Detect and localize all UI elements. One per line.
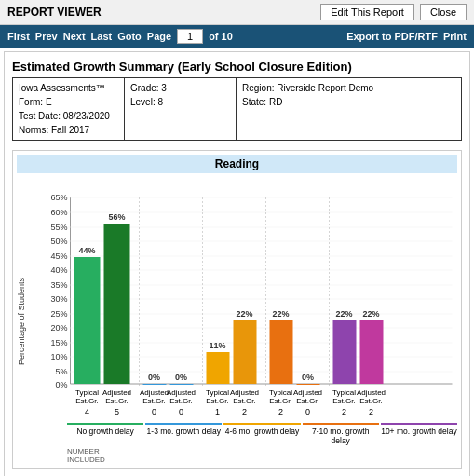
svg-text:Adjusted: Adjusted: [140, 388, 169, 397]
header-buttons: Edit This Report Close: [320, 4, 467, 20]
cat-label-5: 10+ mo. growth delay: [381, 423, 457, 445]
meta-col-3: Region: Riverside Report Demo State: RD: [237, 78, 462, 141]
svg-text:20%: 20%: [50, 323, 67, 333]
meta-assessments: Iowa Assessments™: [19, 81, 118, 95]
svg-text:Typical: Typical: [206, 388, 229, 397]
toolbar: First Prev Next Last Goto Page of 10 Exp…: [0, 25, 474, 48]
svg-text:Est.Gr.: Est.Gr.: [296, 397, 318, 405]
svg-text:0%: 0%: [55, 380, 67, 389]
svg-text:44%: 44%: [78, 246, 95, 255]
meta-grade: Grade: 3: [130, 81, 230, 95]
bar-g2-typical: [143, 384, 167, 385]
bar-g1-adjusted: [104, 224, 130, 384]
svg-text:Est.Gr.: Est.Gr.: [233, 397, 255, 405]
svg-text:Adjusted: Adjusted: [293, 388, 322, 397]
svg-text:22%: 22%: [272, 309, 289, 319]
svg-text:Est.Gr.: Est.Gr.: [142, 397, 165, 405]
chart-title: Reading: [17, 155, 457, 173]
svg-text:60%: 60%: [50, 208, 67, 217]
svg-text:Est.Gr.: Est.Gr.: [206, 397, 228, 405]
svg-text:4: 4: [85, 407, 89, 416]
edit-report-button[interactable]: Edit This Report: [320, 4, 414, 20]
cat-label-1: No growth delay: [67, 423, 143, 445]
page-input[interactable]: [177, 29, 203, 44]
svg-text:56%: 56%: [108, 212, 125, 222]
meta-form: Form: E: [19, 95, 118, 109]
svg-text:11%: 11%: [209, 341, 225, 350]
report-area: Estimated Growth Summary (Early School C…: [4, 51, 470, 476]
report-header: REPORT VIEWER Edit This Report Close: [0, 0, 474, 25]
svg-text:Est.Gr.: Est.Gr.: [105, 397, 128, 405]
svg-text:50%: 50%: [50, 237, 67, 246]
goto-button[interactable]: Goto: [117, 31, 142, 42]
svg-text:Typical: Typical: [332, 388, 356, 397]
svg-text:Adjusted: Adjusted: [102, 388, 131, 397]
svg-text:0%: 0%: [175, 373, 187, 382]
svg-text:2: 2: [342, 407, 346, 416]
svg-text:22%: 22%: [236, 309, 252, 319]
svg-text:10%: 10%: [50, 352, 67, 361]
report-meta: Iowa Assessments™ Form: E Test Date: 08/…: [12, 77, 462, 141]
svg-text:Typical: Typical: [269, 388, 292, 397]
n-note: NUMBERINCLUDED: [67, 447, 457, 464]
svg-text:55%: 55%: [50, 223, 67, 232]
meta-norms: Norms: Fall 2017: [19, 123, 118, 137]
first-button[interactable]: First: [7, 31, 30, 42]
bar-chart: 65% 60% 55% 50% 45% 40% 35% 30%: [32, 179, 457, 421]
svg-text:22%: 22%: [335, 309, 352, 319]
bar-g4-adjusted: [297, 384, 320, 385]
y-axis-label: Percentage of Students: [17, 179, 30, 464]
svg-text:Est.Gr.: Est.Gr.: [169, 397, 192, 405]
next-button[interactable]: Next: [63, 31, 86, 42]
svg-text:Typical: Typical: [75, 388, 99, 397]
meta-col-2: Grade: 3 Level: 8: [125, 78, 237, 141]
print-button[interactable]: Print: [443, 31, 467, 42]
meta-region: Region: Riverside Report Demo: [242, 81, 455, 95]
svg-text:40%: 40%: [50, 265, 67, 275]
cat-label-4: 7-10 mo. growth delay: [303, 423, 379, 445]
export-button[interactable]: Export to PDF/RTF: [346, 31, 438, 42]
report-title: Estimated Growth Summary (Early School C…: [12, 60, 462, 74]
prev-button[interactable]: Prev: [35, 31, 58, 42]
svg-text:0: 0: [179, 407, 183, 416]
report-viewer-title: REPORT VIEWER: [7, 6, 102, 19]
svg-text:22%: 22%: [362, 309, 379, 319]
svg-text:0%: 0%: [148, 373, 160, 382]
svg-text:5: 5: [115, 407, 119, 416]
svg-text:Adjusted: Adjusted: [357, 388, 386, 397]
svg-text:45%: 45%: [50, 252, 67, 261]
svg-text:1: 1: [215, 407, 220, 416]
bar-g3-typical: [207, 352, 230, 384]
close-button[interactable]: Close: [420, 4, 467, 20]
page-label: Page: [147, 31, 171, 42]
svg-text:Est.Gr.: Est.Gr.: [359, 397, 382, 405]
bar-g2-adjusted: [170, 384, 194, 385]
svg-text:30%: 30%: [50, 294, 67, 304]
meta-state: State: RD: [242, 95, 455, 109]
svg-text:2: 2: [242, 407, 247, 416]
bar-g1-typical: [74, 257, 101, 384]
svg-text:Adjusted: Adjusted: [167, 388, 196, 397]
meta-testdate: Test Date: 08/23/2020: [19, 109, 118, 123]
svg-text:0: 0: [152, 407, 156, 416]
cat-label-2: 1-3 mo. growth delay: [145, 423, 222, 445]
svg-text:15%: 15%: [50, 338, 67, 347]
category-labels: No growth delay 1-3 mo. growth delay 4-6…: [67, 423, 457, 445]
svg-text:0%: 0%: [302, 373, 314, 382]
chart-container: Reading Percentage of Students 65% 60%: [12, 150, 462, 469]
meta-level: Level: 8: [130, 95, 230, 109]
bar-g5-adjusted: [360, 320, 384, 384]
svg-text:Est.Gr.: Est.Gr.: [332, 397, 355, 405]
svg-text:Est.Gr.: Est.Gr.: [75, 397, 98, 405]
last-button[interactable]: Last: [91, 31, 113, 42]
svg-text:5%: 5%: [55, 367, 67, 376]
svg-text:25%: 25%: [50, 309, 67, 319]
bar-g3-adjusted: [234, 320, 257, 384]
bar-g4-typical: [270, 320, 293, 384]
svg-text:65%: 65%: [50, 193, 67, 202]
svg-text:2: 2: [278, 407, 283, 416]
svg-text:Adjusted: Adjusted: [230, 388, 259, 397]
svg-text:0: 0: [305, 407, 310, 416]
svg-text:35%: 35%: [50, 280, 67, 290]
cat-label-3: 4-6 mo. growth delay: [223, 423, 300, 445]
